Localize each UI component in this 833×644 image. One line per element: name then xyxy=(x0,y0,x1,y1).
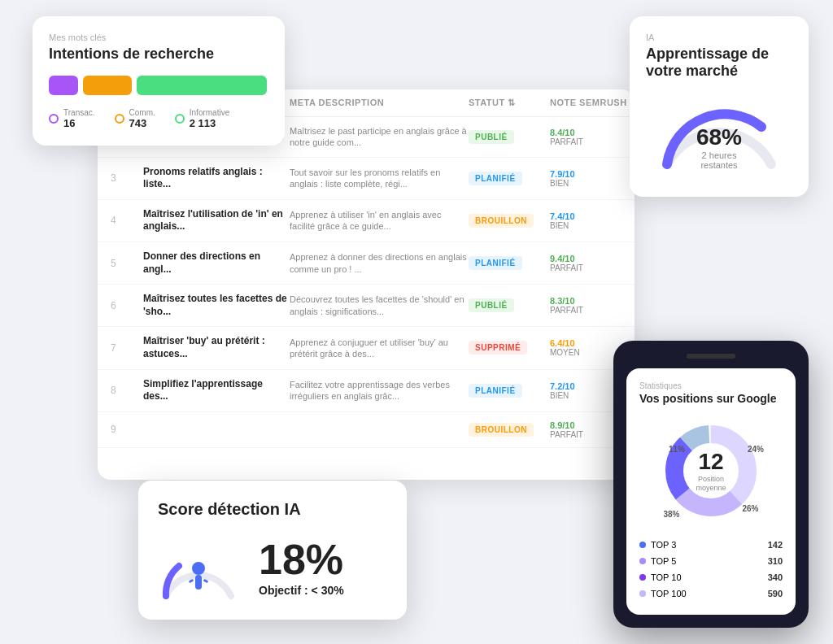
row-status: PUBLIÉ xyxy=(469,298,550,312)
row-num: 9 xyxy=(111,424,143,435)
top-dot xyxy=(639,574,646,581)
row-title: Donner des directions en angl... xyxy=(143,250,290,276)
donut-label-38-pct: 38% xyxy=(664,510,680,519)
score-icon-container xyxy=(158,535,239,600)
table-row: 3 Pronoms relatifs anglais : liste... To… xyxy=(98,158,635,200)
label-transac: Transac. xyxy=(63,108,95,117)
stat-info: Informative 2 113 xyxy=(175,108,229,129)
top-stats-list: TOP 3 142 TOP 5 310 TOP 10 340 xyxy=(639,537,783,602)
col-status: STATUT ⇅ xyxy=(469,98,550,108)
row-desc: Apprenez à conjuguer et utiliser 'buy' a… xyxy=(290,337,469,360)
list-item: TOP 3 142 xyxy=(639,537,783,553)
table-row: 5 Donner des directions en angl... Appre… xyxy=(98,242,635,285)
top-stat-left: TOP 5 xyxy=(639,556,676,566)
table-row: 4 Maîtrisez l'utilisation de 'in' en ang… xyxy=(98,200,635,242)
row-title-cell: Maîtrisez l'utilisation de 'in' en angla… xyxy=(143,208,290,233)
apprentissage-subtitle: IA xyxy=(646,33,792,42)
list-item: TOP 5 310 xyxy=(639,553,783,569)
col-note: NOTE SEMRUSH xyxy=(550,98,635,108)
note-score: 7.9/10 xyxy=(550,169,635,179)
svg-rect-3 xyxy=(203,579,209,584)
note-score: 9.4/10 xyxy=(550,254,635,263)
intentions-title: Intentions de recherche xyxy=(49,46,268,63)
svg-rect-1 xyxy=(195,575,202,590)
bar-transactional xyxy=(49,76,78,95)
top-stat-left: TOP 100 xyxy=(639,589,687,598)
top-stat-left: TOP 10 xyxy=(639,572,682,582)
label-info: Informative xyxy=(190,108,229,117)
row-title-cell: Pronoms relatifs anglais : liste... xyxy=(143,166,290,191)
row-status: BROUILLON xyxy=(469,214,550,228)
status-badge: PLANIFIÉ xyxy=(469,172,522,185)
top-stat-count: 310 xyxy=(768,556,783,566)
status-badge: PUBLIÉ xyxy=(469,298,514,312)
row-title: Pronoms relatifs anglais : liste... xyxy=(143,166,290,191)
svg-rect-2 xyxy=(189,579,194,584)
dot-transac xyxy=(49,114,59,124)
donut-center: 12 Position moyenne xyxy=(685,449,738,493)
score-percent: 18% xyxy=(259,538,344,581)
row-status: BROUILLON xyxy=(469,423,550,437)
table-row: 9 BROUILLON 8.9/10 PARFAIT 634 MOTS xyxy=(98,412,635,448)
score-detection-card: Score détection IA 18% Objectif : xyxy=(138,481,407,620)
phone-title: Vos positions sur Google xyxy=(639,392,783,405)
status-badge: PLANIFIÉ xyxy=(469,384,522,398)
row-status: SUPPRIMÉ xyxy=(469,341,550,355)
note-label: PARFAIT xyxy=(550,306,635,315)
row-status: PLANIFIÉ xyxy=(469,384,550,398)
row-desc: Facilitez votre apprentissage des verbes… xyxy=(290,379,469,402)
top-dot xyxy=(639,590,646,597)
label-comm: Comm. xyxy=(129,108,155,117)
top-dot xyxy=(639,558,646,564)
gauge-text: 68% 2 heures restantes xyxy=(687,124,752,170)
status-badge: BROUILLON xyxy=(469,214,534,228)
row-title: Maîtrisez l'utilisation de 'in' en angla… xyxy=(143,208,290,233)
top-stat-left: TOP 3 xyxy=(639,540,676,550)
list-item: TOP 10 340 xyxy=(639,569,783,585)
bar-informative xyxy=(137,76,267,95)
row-desc: Tout savoir sur les pronoms relatifs en … xyxy=(290,167,469,190)
intent-stats: Transac. 16 Comm. 743 Informative 2 113 xyxy=(49,108,268,129)
status-badge: BROUILLON xyxy=(469,423,534,437)
dot-comm xyxy=(115,114,124,124)
status-badge: PUBLIÉ xyxy=(469,130,514,144)
donut-container: 12 Position moyenne 11% 24% 26% 38% xyxy=(658,418,764,524)
row-title: Simplifiez l'apprentissage des... xyxy=(143,378,290,403)
svg-point-0 xyxy=(192,562,205,575)
gauge-sub: 2 heures restantes xyxy=(687,150,752,170)
row-title: Maîtrisez toutes les facettes de 'sho... xyxy=(143,293,290,318)
intentions-subtitle: Mes mots clés xyxy=(49,33,268,42)
row-desc: Apprenez à donner des directions en angl… xyxy=(290,251,469,275)
status-badge: SUPPRIMÉ xyxy=(469,341,527,355)
top-stat-count: 142 xyxy=(768,540,783,550)
row-num: 3 xyxy=(111,172,143,184)
note-label: PARFAIT xyxy=(550,137,635,146)
top-stat-count: 590 xyxy=(768,589,783,598)
objective-value: < 30% xyxy=(312,584,344,597)
phone-notch xyxy=(687,354,735,359)
dot-info xyxy=(175,114,185,124)
donut-label-11-pct: 11% xyxy=(669,445,685,454)
row-status: PUBLIÉ xyxy=(469,130,550,144)
count-transac: 16 xyxy=(63,117,95,129)
donut-label-26-pct: 26% xyxy=(742,504,758,513)
count-info: 2 113 xyxy=(190,117,229,129)
row-note: 9.4/10 PARFAIT xyxy=(550,254,635,272)
row-num: 8 xyxy=(111,385,143,396)
row-num: 5 xyxy=(111,258,143,269)
top-stat-label: TOP 100 xyxy=(651,589,687,598)
top-stat-label: TOP 10 xyxy=(651,572,682,582)
note-label: PARFAIT xyxy=(550,263,635,272)
donut-label: Position moyenne xyxy=(685,475,738,493)
gauge-container: 68% 2 heures restantes xyxy=(654,93,784,174)
top-stat-label: TOP 5 xyxy=(651,556,676,566)
bar-commercial xyxy=(83,76,132,95)
score-title: Score détection IA xyxy=(158,500,387,519)
row-num: 6 xyxy=(111,300,143,311)
row-desc: Maîtrisez le past participe en anglais g… xyxy=(290,125,469,149)
row-title-cell: Maîtriser 'buy' au prétérit : astuces... xyxy=(143,335,290,360)
note-label: BIEN xyxy=(550,179,635,188)
note-score: 7.4/10 xyxy=(550,211,635,221)
row-desc: Apprenez à utiliser 'in' en anglais avec… xyxy=(290,209,469,233)
apprentissage-card: IA Apprentissage de votre marché 68% 2 h… xyxy=(630,16,809,197)
